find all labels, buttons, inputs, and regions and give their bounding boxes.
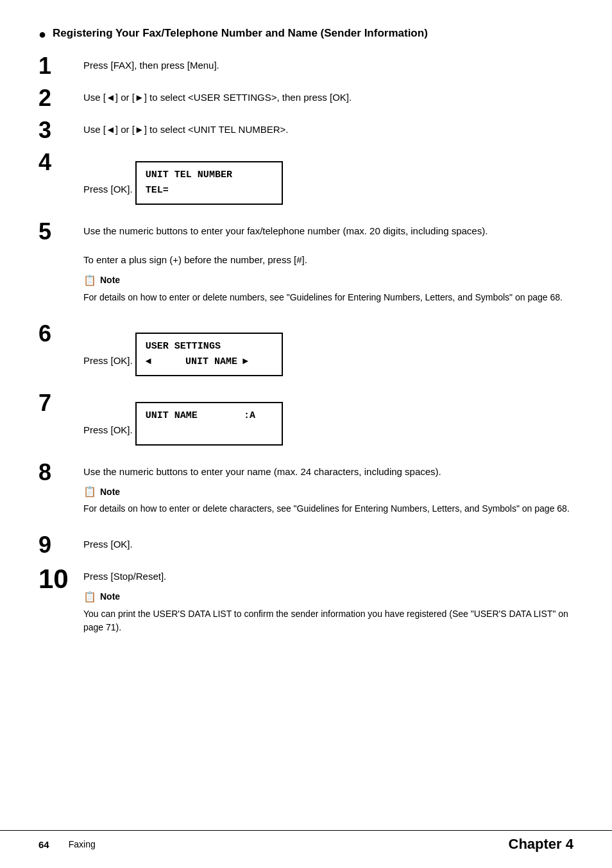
step-number-9: 9 bbox=[38, 534, 77, 557]
footer-section: Faxing bbox=[69, 839, 96, 849]
note-8: 📋 Note For details on how to enter or de… bbox=[83, 484, 574, 516]
step-7: 7 Press [OK]. UNIT NAME :A bbox=[38, 392, 574, 452]
lcd-line-6 bbox=[146, 424, 273, 439]
note-icon-5: 📋 bbox=[83, 273, 96, 288]
step-6: 6 Press [OK]. USER SETTINGS ◄ UNIT NAME … bbox=[38, 322, 574, 383]
lcd-left-arrow: ◄ bbox=[146, 354, 151, 370]
note-icon-8: 📋 bbox=[83, 484, 96, 499]
step-number-8: 8 bbox=[38, 461, 77, 484]
bullet-icon: ● bbox=[38, 27, 46, 42]
lcd-display-3: UNIT NAME :A bbox=[135, 402, 283, 446]
step-content-4: Press [OK]. UNIT TEL NUMBER TEL= bbox=[83, 151, 574, 211]
step-number-7: 7 bbox=[38, 392, 77, 415]
step-content-10: Press [Stop/Reset]. 📋 Note You can print… bbox=[83, 566, 574, 643]
note-icon-10: 📋 bbox=[83, 589, 96, 605]
note-5: 📋 Note For details on how to enter or de… bbox=[83, 273, 574, 304]
page: ● Registering Your Fax/Telephone Number … bbox=[0, 0, 612, 868]
step-number-3: 3 bbox=[38, 119, 77, 142]
note-text-10: You can print the USER'S DATA LIST to co… bbox=[83, 607, 574, 634]
step-9: 9 Press [OK]. bbox=[38, 534, 574, 557]
note-text-5: For details on how to enter or delete nu… bbox=[83, 291, 574, 304]
lcd-line-4: ◄ UNIT NAME ► bbox=[146, 354, 273, 370]
step-number-1: 1 bbox=[38, 55, 77, 78]
note-label-5: Note bbox=[100, 273, 120, 287]
step-number-2: 2 bbox=[38, 87, 77, 110]
note-header-5: 📋 Note bbox=[83, 273, 574, 288]
step-number-10: 10 bbox=[38, 566, 77, 593]
step-8: 8 Use the numeric buttons to enter your … bbox=[38, 461, 574, 525]
footer-left: 64 Faxing bbox=[38, 839, 96, 850]
step-10: 10 Press [Stop/Reset]. 📋 Note You can pr… bbox=[38, 566, 574, 643]
step-1: 1 Press [FAX], then press [Menu]. bbox=[38, 55, 574, 78]
step-3: 3 Use [◄] or [►] to select <UNIT TEL NUM… bbox=[38, 119, 574, 142]
lcd-unit-name: UNIT NAME bbox=[157, 354, 237, 370]
lcd-line-3: USER SETTINGS bbox=[146, 339, 273, 354]
lcd-display-1: UNIT TEL NUMBER TEL= bbox=[135, 161, 283, 205]
note-header-8: 📋 Note bbox=[83, 484, 574, 499]
step-content-3: Use [◄] or [►] to select <UNIT TEL NUMBE… bbox=[83, 119, 574, 137]
lcd-line-1: UNIT TEL NUMBER bbox=[146, 168, 273, 183]
step-number-6: 6 bbox=[38, 322, 77, 345]
page-title: Registering Your Fax/Telephone Number an… bbox=[53, 26, 428, 41]
lcd-line-2: TEL= bbox=[146, 183, 273, 198]
step-content-7: Press [OK]. UNIT NAME :A bbox=[83, 392, 574, 452]
header-section: ● Registering Your Fax/Telephone Number … bbox=[38, 26, 574, 42]
lcd-display-2: USER SETTINGS ◄ UNIT NAME ► bbox=[135, 333, 283, 376]
step-content-9: Press [OK]. bbox=[83, 534, 574, 552]
step-number-4: 4 bbox=[38, 151, 77, 174]
lcd-line-5: UNIT NAME :A bbox=[146, 408, 273, 424]
lcd-right-arrow: ► bbox=[242, 354, 248, 370]
step-2: 2 Use [◄] or [►] to select <USER SETTING… bbox=[38, 87, 574, 110]
note-label-8: Note bbox=[100, 485, 120, 499]
step-content-6: Press [OK]. USER SETTINGS ◄ UNIT NAME ► bbox=[83, 322, 574, 383]
footer-page-number: 64 bbox=[38, 839, 49, 850]
step-number-5: 5 bbox=[38, 220, 77, 243]
step-4: 4 Press [OK]. UNIT TEL NUMBER TEL= bbox=[38, 151, 574, 211]
footer-chapter: Chapter 4 bbox=[509, 836, 574, 853]
step-5: 5 Use the numeric buttons to enter your … bbox=[38, 220, 574, 313]
step-content-8: Use the numeric buttons to enter your na… bbox=[83, 461, 574, 525]
note-text-8: For details on how to enter or delete ch… bbox=[83, 502, 574, 516]
step-content-5: Use the numeric buttons to enter your fa… bbox=[83, 220, 574, 313]
step-content-2: Use [◄] or [►] to select <USER SETTINGS>… bbox=[83, 87, 574, 105]
step-content-1: Press [FAX], then press [Menu]. bbox=[83, 55, 574, 73]
note-10: 📋 Note You can print the USER'S DATA LIS… bbox=[83, 589, 574, 634]
footer: 64 Faxing Chapter 4 bbox=[0, 830, 612, 853]
note-label-10: Note bbox=[100, 590, 120, 603]
note-header-10: 📋 Note bbox=[83, 589, 574, 605]
